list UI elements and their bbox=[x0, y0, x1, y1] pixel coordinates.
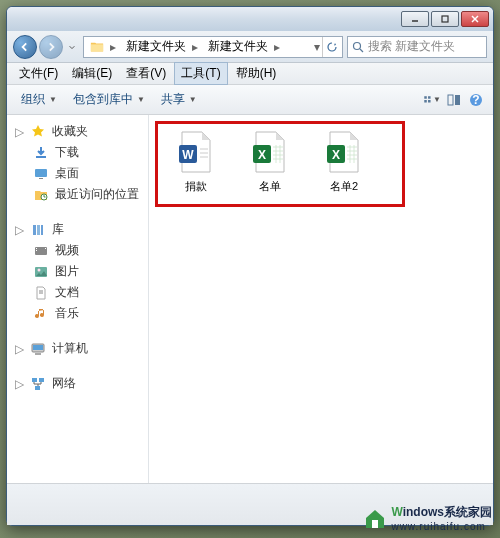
svg-line-5 bbox=[360, 49, 363, 52]
sidebar-label: 下载 bbox=[55, 144, 79, 161]
sidebar-label: 计算机 bbox=[52, 340, 88, 357]
chevron-down-icon[interactable]: ▾ bbox=[312, 40, 322, 54]
chevron-down-icon: ▼ bbox=[137, 95, 145, 104]
menu-file[interactable]: 文件(F) bbox=[13, 63, 64, 84]
sidebar-item-desktop[interactable]: 桌面 bbox=[7, 163, 148, 184]
svg-text:?: ? bbox=[472, 93, 479, 107]
minimize-button[interactable] bbox=[401, 11, 429, 27]
chevron-right-icon: ▸ bbox=[190, 40, 200, 54]
collapse-icon: ▷ bbox=[15, 379, 24, 388]
sidebar-item-pictures[interactable]: 图片 bbox=[7, 261, 148, 282]
svg-rect-18 bbox=[33, 225, 36, 235]
collapse-icon: ▷ bbox=[15, 225, 24, 234]
watermark-rest: indows bbox=[403, 505, 444, 519]
picture-icon bbox=[33, 264, 49, 280]
svg-rect-14 bbox=[36, 156, 46, 158]
svg-rect-34 bbox=[35, 386, 40, 390]
svg-text:X: X bbox=[258, 148, 266, 162]
svg-rect-11 bbox=[455, 95, 460, 105]
sidebar-label: 音乐 bbox=[55, 305, 79, 322]
svg-rect-10 bbox=[448, 95, 453, 105]
chevron-right-icon: ▸ bbox=[108, 40, 118, 54]
breadcrumb-segment-1[interactable]: 新建文件夹 ▸ bbox=[204, 37, 286, 57]
svg-rect-1 bbox=[442, 16, 448, 22]
include-label: 包含到库中 bbox=[73, 91, 133, 108]
watermark: Windows系统家园 www.ruihaifu.com bbox=[363, 504, 492, 532]
breadcrumb[interactable]: ▸ 新建文件夹 ▸ 新建文件夹 ▸ ▾ bbox=[83, 36, 343, 58]
sidebar-label: 库 bbox=[52, 221, 64, 238]
watermark-suffix: 系统家园 bbox=[444, 505, 492, 519]
search-placeholder: 搜索 新建文件夹 bbox=[368, 38, 455, 55]
svg-rect-6 bbox=[424, 96, 427, 99]
share-label: 共享 bbox=[161, 91, 185, 108]
sidebar-header-libraries[interactable]: ▷ 库 bbox=[7, 219, 148, 240]
sidebar-label: 最近访问的位置 bbox=[55, 186, 139, 203]
sidebar-item-music[interactable]: 音乐 bbox=[7, 303, 148, 324]
excel-file-icon: X bbox=[326, 131, 362, 173]
chevron-right-icon: ▸ bbox=[272, 40, 282, 54]
menu-edit[interactable]: 编辑(E) bbox=[66, 63, 118, 84]
menubar: 文件(F) 编辑(E) 查看(V) 工具(T) 帮助(H) bbox=[7, 63, 493, 85]
folder-icon bbox=[90, 40, 104, 54]
include-dropdown[interactable]: 包含到库中▼ bbox=[67, 89, 151, 110]
house-icon bbox=[363, 506, 387, 530]
sidebar-header-computer[interactable]: ▷ 计算机 bbox=[7, 338, 148, 359]
excel-file-icon: X bbox=[252, 131, 288, 173]
svg-rect-44 bbox=[372, 520, 378, 528]
download-icon bbox=[33, 145, 49, 161]
search-box[interactable]: 搜索 新建文件夹 bbox=[347, 36, 487, 58]
watermark-w: W bbox=[391, 505, 402, 519]
sidebar-item-video[interactable]: 视频 bbox=[7, 240, 148, 261]
svg-rect-19 bbox=[37, 225, 40, 235]
file-pane[interactable]: W 捐款 X 名单 X 名单2 bbox=[149, 115, 493, 483]
refresh-button[interactable] bbox=[322, 37, 340, 57]
back-button[interactable] bbox=[13, 35, 37, 59]
sidebar-label: 网络 bbox=[52, 375, 76, 392]
desktop-icon bbox=[33, 166, 49, 182]
svg-rect-32 bbox=[32, 378, 37, 382]
maximize-button[interactable] bbox=[431, 11, 459, 27]
svg-rect-22 bbox=[36, 248, 37, 249]
sidebar-label: 文档 bbox=[55, 284, 79, 301]
explorer-body: ▷ 收藏夹 下载 桌面 最近访问的位置 bbox=[7, 115, 493, 483]
organize-label: 组织 bbox=[21, 91, 45, 108]
explorer-window: ▸ 新建文件夹 ▸ 新建文件夹 ▸ ▾ 搜索 新建文件夹 文件(F) 编辑(E)… bbox=[6, 6, 494, 526]
svg-rect-20 bbox=[41, 225, 43, 235]
menu-view[interactable]: 查看(V) bbox=[120, 63, 172, 84]
svg-rect-15 bbox=[35, 169, 47, 177]
collapse-icon: ▷ bbox=[15, 127, 24, 136]
titlebar bbox=[7, 7, 493, 31]
sidebar-item-recent[interactable]: 最近访问的位置 bbox=[7, 184, 148, 205]
view-mode-button[interactable]: ▼ bbox=[423, 91, 441, 109]
organize-dropdown[interactable]: 组织▼ bbox=[15, 89, 63, 110]
music-icon bbox=[33, 306, 49, 322]
breadcrumb-root[interactable]: ▸ bbox=[86, 37, 122, 57]
sidebar-group-favorites: ▷ 收藏夹 下载 桌面 最近访问的位置 bbox=[7, 121, 148, 205]
menu-help[interactable]: 帮助(H) bbox=[230, 63, 283, 84]
close-button[interactable] bbox=[461, 11, 489, 27]
nav-buttons bbox=[13, 35, 79, 59]
collapse-icon: ▷ bbox=[15, 344, 24, 353]
svg-rect-24 bbox=[45, 248, 46, 249]
star-icon bbox=[30, 124, 46, 140]
svg-text:X: X bbox=[332, 148, 340, 162]
sidebar-label: 图片 bbox=[55, 263, 79, 280]
breadcrumb-segment-0[interactable]: 新建文件夹 ▸ bbox=[122, 37, 204, 57]
menu-tools[interactable]: 工具(T) bbox=[174, 62, 227, 85]
svg-rect-30 bbox=[33, 345, 43, 350]
sidebar-header-favorites[interactable]: ▷ 收藏夹 bbox=[7, 121, 148, 142]
sidebar-group-libraries: ▷ 库 视频 图片 文档 音乐 bbox=[7, 219, 148, 324]
preview-pane-button[interactable] bbox=[445, 91, 463, 109]
toolbar: 组织▼ 包含到库中▼ 共享▼ ▼ ? bbox=[7, 85, 493, 115]
svg-rect-33 bbox=[39, 378, 44, 382]
network-icon bbox=[30, 376, 46, 392]
forward-button[interactable] bbox=[39, 35, 63, 59]
sidebar-header-network[interactable]: ▷ 网络 bbox=[7, 373, 148, 394]
sidebar-label: 视频 bbox=[55, 242, 79, 259]
help-button[interactable]: ? bbox=[467, 91, 485, 109]
share-dropdown[interactable]: 共享▼ bbox=[155, 89, 203, 110]
sidebar-item-documents[interactable]: 文档 bbox=[7, 282, 148, 303]
sidebar-item-downloads[interactable]: 下载 bbox=[7, 142, 148, 163]
sidebar-group-computer: ▷ 计算机 bbox=[7, 338, 148, 359]
history-dropdown[interactable] bbox=[65, 37, 79, 57]
